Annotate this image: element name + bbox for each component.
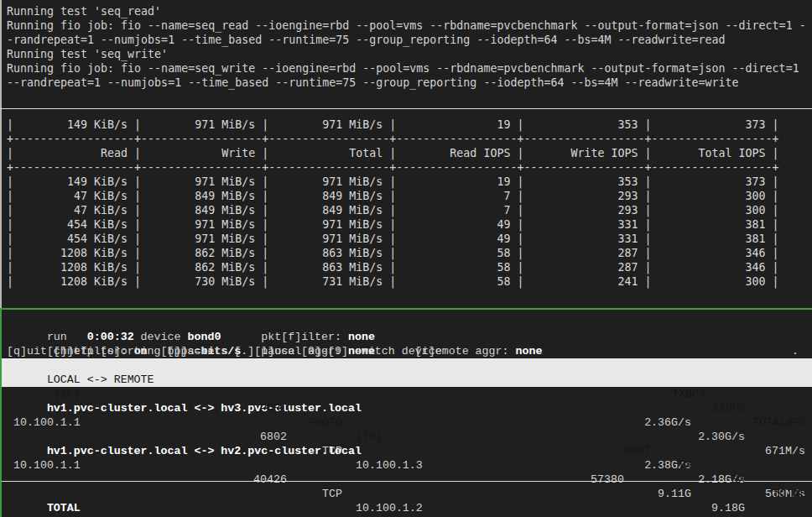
pane-border-left-active	[0, 310, 2, 517]
remote-ip: 10.100.1.2	[356, 501, 423, 515]
pane-divider-green	[0, 308, 812, 310]
table-separator: +------------------+------------------+-…	[7, 132, 779, 146]
table-header-row: | Read | Write | Total | Read IOPS | Wri…	[7, 146, 779, 160]
jnettop-pane: run 0:00:32 device bond0 pkt[f]ilter: no…	[7, 316, 812, 517]
fio-output-line: Running test 'seq_write'	[7, 47, 168, 61]
table-row: | 1208 KiB/s | 730 MiB/s | 731 MiB/s | 5…	[7, 274, 779, 289]
remote-port: 57380	[523, 473, 624, 487]
connection-tx-total: 9.11G	[591, 487, 691, 501]
pane-divider-top	[0, 108, 812, 109]
fio-output-line: --randrepeat=1 --numjobs=1 --time_based …	[7, 76, 739, 90]
table-row: | 454 KiB/s | 971 MiB/s | 971 MiB/s | 49…	[7, 232, 779, 246]
remote-aggr-value: none	[516, 345, 543, 358]
fio-output-pane: Running test 'seq_read' Running fio job:…	[7, 4, 812, 108]
port-column-label: PORT	[203, 401, 287, 415]
fio-output-line: -randrepeat=1 --numjobs=1 --time_based -…	[7, 33, 726, 47]
remote-ip: 10.100.1.3	[356, 458, 423, 473]
jnettop-header-row-2: (IP) PORT PROTO (IP) PORT TX RX TOTAL	[7, 373, 81, 387]
connection-row-hosts: hv1.pvc-cluster.local <-> hv2.pvc-cluste…	[7, 430, 362, 444]
table-row: | 47 KiB/s | 849 MiB/s | 849 MiB/s | 7 |…	[7, 203, 779, 217]
table-row: | 1208 KiB/s | 862 MiB/s | 863 MiB/s | 5…	[7, 260, 779, 274]
table-summary-row: | 149 KiB/s | 971 MiB/s | 971 MiB/s | 19…	[7, 118, 779, 132]
connection-totalbps: 671M/s	[705, 444, 805, 458]
benchmark-table-pane: | 149 KiB/s | 971 MiB/s | 971 MiB/s | 19…	[7, 118, 812, 302]
jnettop-header-row-1: LOCAL <-> REMOTE TXBPS RXBPS TOTALBPS	[7, 358, 154, 373]
ip-column-label: (IP)	[47, 388, 81, 400]
fio-output-line: Running fio job: fio --name=seq_write --…	[7, 61, 799, 76]
jnettop-keybind-line: [q]uit [h]elp [s]orting [p]ackets [.] pa…	[7, 344, 442, 358]
connection-txbps: 2.36G/s	[591, 415, 691, 430]
total-label: TOTAL	[47, 502, 81, 514]
totalbps-column-label: TOTALBPS	[705, 415, 806, 430]
cursor-dot: .	[792, 344, 799, 358]
local-port: 40426	[203, 473, 287, 487]
table-separator: +------------------+------------------+-…	[7, 160, 779, 175]
proto-column-label: PROTO	[300, 415, 342, 430]
protocol: TCP	[300, 487, 342, 501]
table-row: | 454 KiB/s | 971 MiB/s | 971 MiB/s | 49…	[7, 217, 779, 232]
total-column-label: TOTAL	[705, 487, 806, 501]
remote-ip-column-label: (IP)	[356, 430, 383, 444]
terminal-screen[interactable]: Running test 'seq_read' Running fio job:…	[0, 0, 812, 517]
table-row: | 1208 KiB/s | 862 MiB/s | 863 MiB/s | 5…	[7, 246, 779, 260]
table-row: | 47 KiB/s | 849 MiB/s | 849 MiB/s | 7 |…	[7, 189, 779, 203]
txbps-column-label: TXBPS	[605, 387, 705, 401]
connection-rxbps: 2.30G/s	[644, 430, 745, 444]
rx-column-label: RX	[644, 473, 745, 487]
remote-port-column-label: PORT	[550, 444, 651, 458]
rxbps-column-label: RXBPS	[645, 401, 746, 415]
connection-rx-total: 9.18G	[644, 501, 745, 515]
table-row: | 149 KiB/s | 971 MiB/s | 971 MiB/s | 19…	[7, 175, 779, 189]
pane-border-left-inactive	[0, 0, 2, 308]
jnettop-status-line-run: run 0:00:32 device bond0 pkt[f]ilter: no…	[7, 316, 375, 330]
fio-output-line: Running test 'seq_read'	[7, 4, 161, 18]
fio-output-line: Running fio job: fio --name=seq_read --i…	[7, 18, 806, 33]
connection-hosts: hv1.pvc-cluster.local <-> hv2.pvc-cluste…	[47, 445, 362, 457]
tx-column-label: TX	[591, 458, 691, 473]
jnettop-status-line-filters: [c]ntfilter: on [b]ps=bits/s [l]ocal agg…	[7, 330, 542, 344]
